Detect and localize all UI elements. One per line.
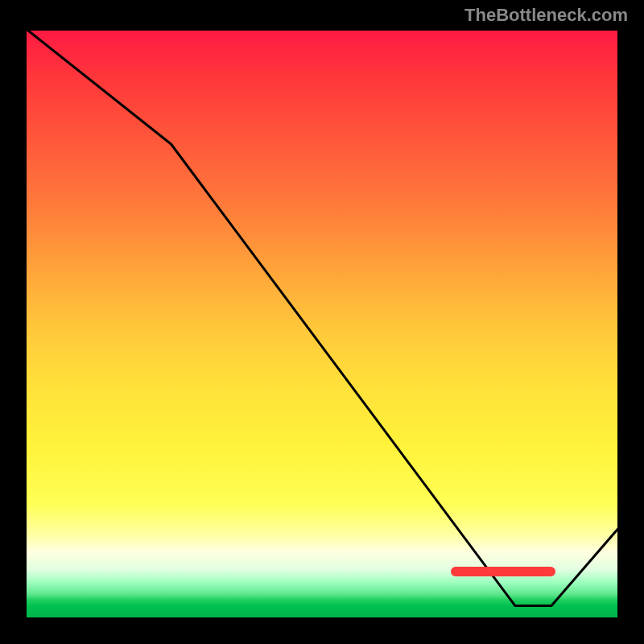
line-series-bottleneck [20, 24, 624, 606]
watermark-text: TheBottleneck.com [464, 5, 628, 26]
chart-svg [20, 24, 624, 624]
chart-container: TheBottleneck.com [0, 0, 644, 644]
legend-pill [451, 567, 555, 576]
